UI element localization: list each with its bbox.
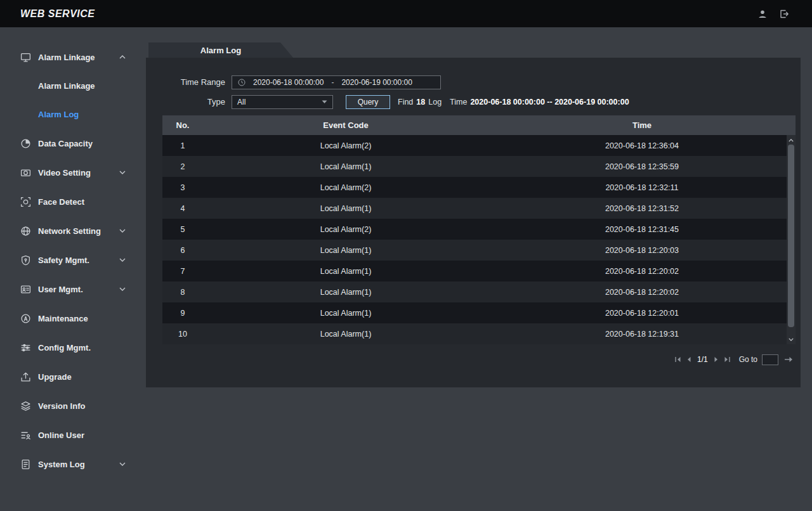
type-select[interactable]: All [232, 95, 333, 109]
sidebar-item-online-user[interactable]: Online User [0, 420, 146, 450]
scroll-down-icon[interactable] [787, 335, 796, 344]
logout-icon[interactable] [779, 9, 789, 19]
sidebar-item-safety-mgmt[interactable]: Safety Mgmt. [0, 245, 146, 275]
sidebar-item-label: Version Info [38, 401, 85, 411]
type-label: Type [146, 95, 225, 109]
sidebar-item-label: Face Detect [38, 197, 84, 207]
result-count: 18 [416, 98, 425, 107]
table-row-4[interactable]: 4Local Alarm(1)2020-06-18 12:31:52 [162, 198, 796, 219]
table-row-6[interactable]: 6Local Alarm(1)2020-06-18 12:20:03 [162, 240, 796, 261]
online-user-icon [20, 430, 31, 441]
tab-alarm-log[interactable]: Alarm Log [148, 42, 293, 58]
topbar-icons [757, 9, 789, 19]
sidebar-item-label: Video Setting [38, 168, 91, 178]
sidebar-item-label: User Mgmt. [38, 285, 83, 294]
face-detect-icon [20, 197, 31, 207]
sidebar-item-label: Network Setting [38, 226, 101, 236]
table-row-7[interactable]: 7Local Alarm(1)2020-06-18 12:20:02 [162, 261, 796, 281]
cell-time: 2020-06-18 12:20:01 [488, 309, 796, 318]
prev-page-icon[interactable] [686, 356, 691, 363]
cell-event-code: Local Alarm(1) [203, 330, 488, 339]
goto-page-button[interactable] [784, 356, 793, 363]
time-range-label: Time Range [146, 75, 225, 89]
sidebar-item-label: Maintenance [38, 314, 88, 323]
goto-page-input[interactable] [762, 354, 778, 365]
table-row-10[interactable]: 10Local Alarm(1)2020-06-18 12:19:31 [162, 323, 796, 344]
next-page-icon[interactable] [714, 356, 719, 363]
cell-time: 2020-06-18 12:35:59 [488, 162, 796, 171]
table-row-5[interactable]: 5Local Alarm(2)2020-06-18 12:31:45 [162, 219, 796, 240]
cell-event-code: Local Alarm(2) [203, 183, 488, 192]
sidebar-item-maintenance[interactable]: Maintenance [0, 304, 146, 333]
query-button[interactable]: Query [346, 95, 390, 109]
sidebar-item-label: System Log [38, 460, 85, 469]
sidebar-item-label: Config Mgmt. [38, 343, 91, 353]
table-row-9[interactable]: 9Local Alarm(1)2020-06-18 12:20:01 [162, 302, 796, 323]
time-start-value: 2020-06-18 00:00:00 [253, 78, 324, 87]
sidebar-subitem-alarm-linkage[interactable]: Alarm Linkage [0, 72, 146, 100]
time-end-value: 2020-06-19 00:00:00 [341, 78, 412, 87]
type-select-value: All [237, 98, 246, 107]
table-row-8[interactable]: 8Local Alarm(1)2020-06-18 12:20:02 [162, 281, 796, 302]
cell-event-code: Local Alarm(1) [203, 267, 488, 276]
last-page-icon[interactable] [724, 356, 731, 363]
cell-time: 2020-06-18 12:31:45 [488, 225, 796, 234]
time-range-input[interactable]: 2020-06-18 00:00:00 - 2020-06-19 00:00:0… [232, 75, 441, 89]
sidebar-item-video-setting[interactable]: Video Setting [0, 158, 146, 187]
cell-no: 1 [162, 141, 203, 150]
result-time-range: 2020-06-18 00:00:00 -- 2020-06-19 00:00:… [470, 98, 629, 107]
result-find-label: Find [398, 98, 413, 107]
goto-label: Go to [739, 355, 757, 364]
sidebar-item-face-detect[interactable]: Face Detect [0, 187, 146, 216]
cell-event-code: Local Alarm(2) [203, 225, 488, 234]
table-row-2[interactable]: 2Local Alarm(1)2020-06-18 12:35:59 [162, 156, 796, 177]
sidebar-subitem-label: Alarm Linkage [38, 81, 95, 91]
cell-event-code: Local Alarm(1) [203, 162, 488, 171]
chevron-up-icon [119, 55, 126, 59]
sidebar-item-config-mgmt[interactable]: Config Mgmt. [0, 333, 146, 362]
sidebar-item-alarm-linkage[interactable]: Alarm Linkage [0, 42, 146, 72]
sidebar-item-network-setting[interactable]: Network Setting [0, 216, 146, 245]
cell-event-code: Local Alarm(1) [203, 288, 488, 297]
upgrade-icon [20, 372, 31, 382]
config-mgmt-icon [20, 342, 31, 353]
chevron-down-icon [119, 287, 126, 291]
table-row-3[interactable]: 3Local Alarm(2)2020-06-18 12:32:11 [162, 177, 796, 198]
chevron-down-icon [119, 229, 126, 233]
user-account-icon[interactable] [757, 9, 768, 19]
top-bar: WEB SERVICE [0, 0, 812, 27]
first-page-icon[interactable] [674, 356, 681, 363]
cell-no: 2 [162, 162, 203, 171]
user-mgmt-icon [20, 284, 31, 295]
table-scrollbar[interactable] [787, 135, 796, 344]
alarm-linkage-icon [20, 52, 31, 63]
scroll-up-icon[interactable] [787, 136, 796, 145]
cell-no: 4 [162, 204, 203, 213]
sidebar-item-upgrade[interactable]: Upgrade [0, 362, 146, 391]
scrollbar-thumb[interactable] [788, 145, 794, 327]
sidebar-item-label: Online User [38, 430, 84, 440]
column-header-event-code: Event Code [203, 120, 488, 130]
app-logo: WEB SERVICE [20, 8, 95, 20]
alarm-log-table: No. Event Code Time 1Local Alarm(2)2020-… [162, 115, 796, 344]
query-result-text: Find 18 Log Time 2020-06-18 00:00:00 -- … [398, 95, 629, 109]
time-range-separator: - [331, 78, 334, 87]
table-row-1[interactable]: 1Local Alarm(2)2020-06-18 12:36:04 [162, 135, 796, 156]
cell-no: 5 [162, 225, 203, 234]
column-header-time: Time [488, 120, 796, 130]
sidebar-item-system-log[interactable]: System Log [0, 450, 146, 479]
sidebar-item-version-info[interactable]: Version Info [0, 391, 146, 420]
sidebar: Alarm Linkage Alarm Linkage Alarm Log Da… [0, 27, 146, 511]
cell-time: 2020-06-18 12:32:11 [488, 183, 796, 192]
alarm-log-panel: Time Range 2020-06-18 00:00:00 - 2020-06… [146, 58, 801, 387]
cell-time: 2020-06-18 12:36:04 [488, 141, 796, 150]
cell-no: 7 [162, 267, 203, 276]
sidebar-item-user-mgmt[interactable]: User Mgmt. [0, 275, 146, 304]
sidebar-subitem-alarm-log[interactable]: Alarm Log [0, 100, 146, 129]
sidebar-item-label: Safety Mgmt. [38, 256, 89, 265]
chevron-down-icon [322, 100, 327, 104]
sidebar-item-data-capacity[interactable]: Data Capacity [0, 129, 146, 158]
network-setting-icon [20, 226, 31, 236]
version-info-icon [20, 401, 31, 411]
chevron-down-icon [119, 462, 126, 466]
